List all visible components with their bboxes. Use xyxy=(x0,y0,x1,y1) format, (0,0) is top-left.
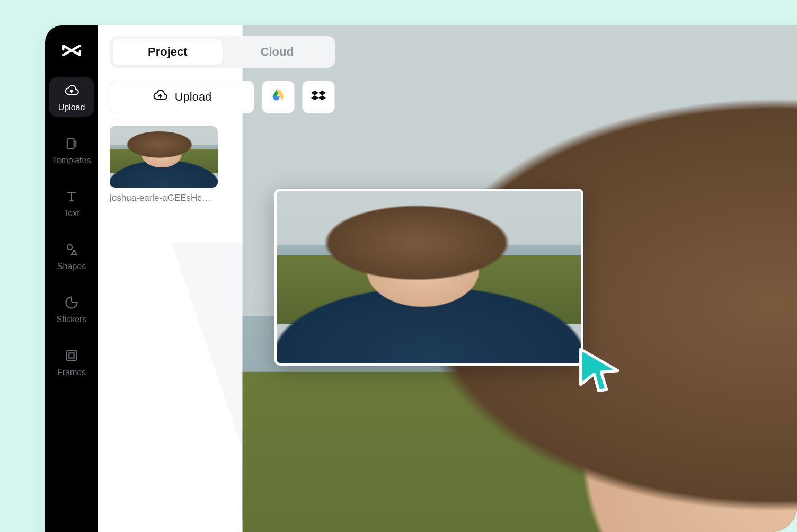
upload-button[interactable]: Upload xyxy=(110,81,254,113)
dropbox-button[interactable] xyxy=(302,81,335,113)
app-logo[interactable] xyxy=(60,39,83,64)
sidebar-item-templates[interactable]: Templates xyxy=(49,130,94,170)
svg-rect-0 xyxy=(67,139,74,149)
sidebar-item-text[interactable]: Text xyxy=(49,183,94,223)
tab-project[interactable]: Project xyxy=(113,39,223,65)
sidebar-item-label: Frames xyxy=(57,368,86,377)
sidebar-item-label: Shapes xyxy=(57,262,86,271)
drag-cursor-icon xyxy=(575,344,623,392)
photo-preview xyxy=(110,126,218,188)
upload-row: Upload xyxy=(110,81,335,113)
svg-rect-3 xyxy=(69,353,74,358)
google-drive-button[interactable] xyxy=(262,81,295,113)
dragging-asset-preview[interactable] xyxy=(274,189,583,366)
svg-rect-2 xyxy=(67,351,77,361)
svg-point-1 xyxy=(67,245,72,250)
sidebar-item-label: Templates xyxy=(52,156,91,165)
sidebar-item-label: Text xyxy=(64,209,79,218)
asset-filename: joshua-earle-aGEEsHc… xyxy=(110,193,218,203)
asset-thumbnail[interactable] xyxy=(110,126,218,188)
asset-item[interactable]: joshua-earle-aGEEsHc… xyxy=(110,126,218,203)
sidebar-item-shapes[interactable]: Shapes xyxy=(49,236,94,276)
stickers-icon xyxy=(64,295,79,311)
upload-button-label: Upload xyxy=(175,90,212,104)
text-icon xyxy=(64,189,79,205)
sidebar-item-stickers[interactable]: Stickers xyxy=(49,289,94,329)
sidebar-item-frames[interactable]: Frames xyxy=(49,342,94,382)
tab-cloud[interactable]: Cloud xyxy=(223,39,332,65)
frames-icon xyxy=(64,348,79,363)
sidebar: Upload Templates Text Shapes Stickers xyxy=(45,25,98,532)
sidebar-item-label: Stickers xyxy=(57,315,87,324)
sidebar-item-upload[interactable]: Upload xyxy=(49,77,94,117)
panel-tabs: Project Cloud xyxy=(110,36,335,68)
cloud-upload-icon xyxy=(64,83,79,99)
sidebar-item-label: Upload xyxy=(58,103,85,112)
templates-icon xyxy=(64,136,79,152)
dropbox-icon xyxy=(311,88,326,106)
google-drive-icon xyxy=(271,88,286,106)
photo-preview xyxy=(277,191,581,363)
shapes-icon xyxy=(64,242,79,258)
cloud-upload-icon xyxy=(153,88,167,106)
